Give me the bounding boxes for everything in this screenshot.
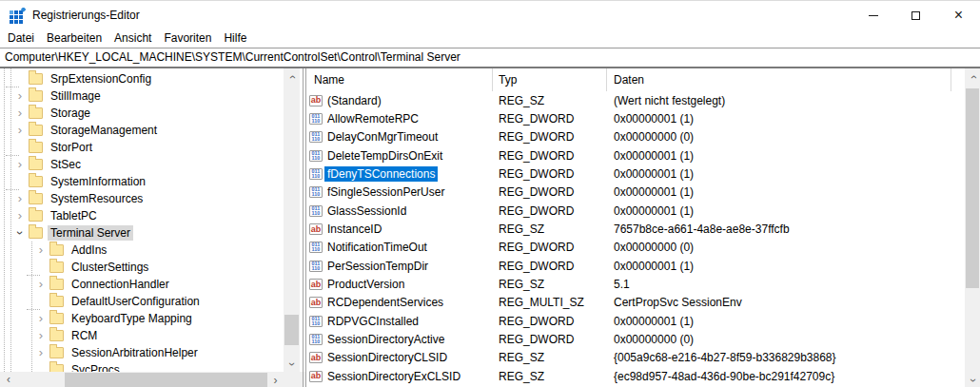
registry-value-row[interactable]: 011110 fDenyTSConnections REG_DWORD 0x00… xyxy=(306,164,965,183)
tree-item[interactable]: DefaultUserConfiguration xyxy=(0,293,284,310)
maximize-icon xyxy=(911,11,920,20)
minimize-button[interactable] xyxy=(852,1,894,29)
close-button[interactable]: × xyxy=(937,1,980,29)
menu-item-datei[interactable]: Datei xyxy=(8,29,34,48)
value-type: REG_DWORD xyxy=(493,204,607,218)
tree-item-label: StorPort xyxy=(48,140,95,155)
column-header-name[interactable]: Name xyxy=(306,68,493,91)
value-type-icon: ab xyxy=(309,297,323,308)
scroll-right-button[interactable]: › xyxy=(267,372,284,387)
registry-value-row[interactable]: 011110 GlassSessionId REG_DWORD 0x000000… xyxy=(306,202,965,220)
registry-value-row[interactable]: 011110 RDPVGCInstalled REG_DWORD 0x00000… xyxy=(306,312,965,330)
scroll-left-button[interactable]: › xyxy=(0,372,16,387)
close-icon: × xyxy=(954,8,963,23)
tree-vertical-scrollbar[interactable]: › › xyxy=(284,68,300,372)
maximize-button[interactable] xyxy=(894,1,937,29)
tree-expander-icon[interactable]: › xyxy=(14,90,26,102)
value-type: REG_SZ xyxy=(493,351,607,364)
scroll-down-button[interactable]: › xyxy=(284,356,300,372)
menu-item-favoriten[interactable]: Favoriten xyxy=(164,29,211,48)
tree-item[interactable]: › AddIns xyxy=(0,242,284,259)
tree-item[interactable]: › KeyboardType Mapping xyxy=(0,310,284,327)
chevron-up-icon: › xyxy=(969,75,978,79)
tree-expander-icon[interactable]: › xyxy=(35,279,47,290)
registry-value-row[interactable]: 011110 SessionDirectoryActive REG_DWORD … xyxy=(306,330,965,348)
tree-item[interactable]: ClusterSettings xyxy=(0,259,284,276)
tree-expander-icon[interactable]: › xyxy=(35,330,47,341)
scroll-up-button[interactable]: › xyxy=(965,68,980,85)
tree-item[interactable]: SrpExtensionConfig xyxy=(0,70,284,87)
panel-splitter[interactable] xyxy=(303,68,304,387)
value-type: REG_DWORD xyxy=(493,167,607,181)
tree-scrollbar-thumb[interactable] xyxy=(284,315,299,345)
registry-value-row[interactable]: 011110 DelayConMgrTimeout REG_DWORD 0x00… xyxy=(306,128,965,146)
value-data: 7657b8ce-a661-4a8e-ae8e-37ffcfb xyxy=(607,223,951,236)
tree-item[interactable]: › RCM xyxy=(0,327,284,344)
tree-item[interactable]: › Storage xyxy=(0,105,284,122)
tree-item[interactable]: StorPort xyxy=(0,139,284,156)
tree-item[interactable]: › ConnectionHandler xyxy=(0,276,284,293)
scroll-down-button[interactable]: › xyxy=(965,372,980,387)
value-data: 0x00000000 (0) xyxy=(607,130,951,144)
registry-value-row[interactable]: 011110 DeleteTempDirsOnExit REG_DWORD 0x… xyxy=(306,146,965,164)
menu-item-ansicht[interactable]: Ansicht xyxy=(114,29,151,48)
tree-item-label: TabletPC xyxy=(48,208,100,223)
registry-value-row[interactable]: 011110 fSingleSessionPerUser REG_DWORD 0… xyxy=(306,184,965,202)
value-data: {005a9c68-e216-4b27-8f59-b336829b3868} xyxy=(607,351,951,364)
tree-item[interactable]: › SystemResources xyxy=(0,190,284,207)
registry-value-row[interactable]: 011110 PerSessionTempDir REG_DWORD 0x000… xyxy=(306,257,965,275)
list-vertical-scrollbar[interactable]: › › xyxy=(965,68,980,387)
value-type: REG_DWORD xyxy=(493,112,607,126)
tree-item[interactable]: › StillImage xyxy=(0,87,284,105)
value-name: SessionDirectoryCLSID xyxy=(324,350,450,365)
address-bar[interactable]: Computer\HKEY_LOCAL_MACHINE\SYSTEM\Curre… xyxy=(0,48,980,68)
tree-expander-icon[interactable]: › xyxy=(14,193,26,204)
tree-expander-icon[interactable]: › xyxy=(35,313,47,324)
tree-item[interactable]: › SessionArbitrationHelper xyxy=(0,344,284,361)
registry-value-row[interactable]: ab SessionDirectoryCLSID REG_SZ {005a9c6… xyxy=(306,349,965,367)
registry-value-row[interactable]: ab InstanceID REG_SZ 7657b8ce-a661-4a8e-… xyxy=(306,220,965,238)
registry-value-row[interactable]: 011110 NotificationTimeOut REG_DWORD 0x0… xyxy=(306,239,965,257)
tree-expander-icon[interactable]: › xyxy=(14,210,26,222)
list-scrollbar-thumb[interactable] xyxy=(966,88,979,288)
column-header-data[interactable]: Daten xyxy=(607,68,951,91)
tree-expander-icon[interactable]: › xyxy=(14,227,26,239)
tree-item-label: StorageManagement xyxy=(48,123,160,138)
tree-expander-icon[interactable]: › xyxy=(14,125,26,136)
registry-value-row[interactable]: 011110 AllowRemoteRPC REG_DWORD 0x000000… xyxy=(306,109,965,127)
registry-value-row[interactable]: ab SessionDirectoryExCLSID REG_SZ {ec98d… xyxy=(306,367,965,385)
value-name: (Standard) xyxy=(324,93,384,108)
tree-item[interactable]: SystemInformation xyxy=(0,173,284,190)
tree-item[interactable]: › Terminal Server xyxy=(0,224,284,242)
tree-expander-icon[interactable]: › xyxy=(35,244,47,256)
tree-item-label: Terminal Server xyxy=(48,225,133,241)
tree-item[interactable]: › StSec xyxy=(0,156,284,173)
value-type-icon: ab xyxy=(309,223,323,235)
value-name: RDPVGCInstalled xyxy=(324,314,421,329)
menu-item-bearbeiten[interactable]: Bearbeiten xyxy=(47,29,102,48)
value-data: 0x00000001 (1) xyxy=(607,149,951,163)
registry-value-row[interactable]: ab RCDependentServices REG_MULTI_SZ Cert… xyxy=(306,294,965,312)
value-type: REG_DWORD xyxy=(493,241,607,254)
tree-hscrollbar-thumb[interactable] xyxy=(65,373,269,387)
value-data: 0x00000001 (1) xyxy=(607,112,951,126)
tree-expander-icon[interactable]: › xyxy=(14,107,26,119)
column-header-type[interactable]: Typ xyxy=(493,68,607,91)
folder-icon xyxy=(49,364,64,372)
tree-item-label: SystemResources xyxy=(48,191,146,206)
tree-item-label: SrpExtensionConfig xyxy=(48,71,154,87)
tree-item[interactable]: › StorageManagement xyxy=(0,122,284,139)
tree-horizontal-scrollbar[interactable]: › › xyxy=(0,372,284,387)
tree-expander-icon[interactable]: › xyxy=(14,159,26,170)
value-name-cell: ab RCDependentServices xyxy=(306,295,493,310)
registry-value-row[interactable]: ab (Standard) REG_SZ (Wert nicht festgel… xyxy=(306,91,965,109)
tree-item[interactable]: SvcProcs xyxy=(0,361,284,372)
scroll-up-button[interactable]: › xyxy=(284,68,300,85)
tree-item-label: KeyboardType Mapping xyxy=(69,311,195,326)
tree-item[interactable]: › TabletPC xyxy=(0,207,284,224)
tree-expander-icon[interactable]: › xyxy=(35,347,47,358)
registry-value-row[interactable]: ab ProductVersion REG_SZ 5.1 xyxy=(306,275,965,293)
value-data: CertPropSvc SessionEnv xyxy=(607,296,951,309)
menu-item-hilfe[interactable]: Hilfe xyxy=(224,29,246,48)
chevron-down-icon: › xyxy=(287,362,297,366)
